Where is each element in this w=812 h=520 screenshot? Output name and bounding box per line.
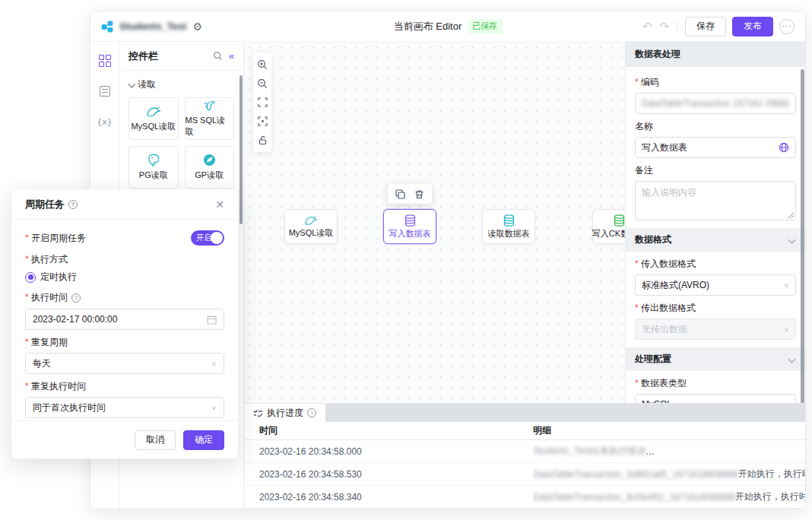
chevron-down-icon <box>788 356 796 363</box>
save-button[interactable]: 保存 <box>685 17 726 36</box>
chevron-down-icon <box>788 236 796 244</box>
database-icon <box>404 214 416 227</box>
node-mysql-read[interactable]: MySQL读取 <box>284 209 338 244</box>
name-label: 名称 <box>635 120 796 133</box>
section-process-config[interactable]: 处理配置 <box>626 347 805 371</box>
table-row[interactable]: 2023-02-16 20:34:58.340 DataTableTransac… <box>244 486 805 509</box>
resize-handle[interactable] <box>788 212 794 218</box>
help-icon[interactable]: ? <box>71 293 81 303</box>
enable-task-toggle[interactable]: 开启 <box>191 230 224 246</box>
canvas-tool-palette <box>253 52 271 152</box>
variables-tab-icon[interactable]: {x} <box>98 115 112 128</box>
unlock-icon[interactable] <box>253 131 271 150</box>
collapse-sidebar-icon[interactable]: « <box>229 50 234 62</box>
cancel-button[interactable]: 取消 <box>135 430 176 450</box>
chevron-down-icon: ∨ <box>784 326 789 333</box>
sidebar-scrollbar[interactable] <box>239 75 243 224</box>
confirm-button[interactable]: 确定 <box>183 430 224 450</box>
component-pg-read[interactable]: PG读取 <box>128 146 179 189</box>
greenplum-icon <box>203 154 216 166</box>
repeat-time-select[interactable]: 同于首次执行时间 ∨ <box>25 397 224 418</box>
database-icon <box>503 214 515 227</box>
table-type-select[interactable]: MySQL∨ <box>635 394 796 403</box>
remark-placeholder: 输入说明内容 <box>642 187 696 198</box>
node-toolbar <box>388 184 432 204</box>
zoom-out-icon[interactable] <box>253 74 271 93</box>
repeat-cycle-select[interactable]: 每天 ∨ <box>25 353 224 374</box>
in-format-label: 传入数据格式 <box>635 258 796 271</box>
tab-execution-progress[interactable]: 执行进度 ? <box>244 404 325 422</box>
mssql-icon <box>202 100 216 112</box>
panel-title: 数据表处理 <box>626 42 805 67</box>
table-row[interactable]: 2023-02-16 20:34:58.000 Students_Test任务执… <box>244 440 805 463</box>
table-row[interactable]: 2023-02-16 20:34:58.530 DataTableTransac… <box>244 463 805 486</box>
saved-status-badge: 已保存 <box>468 19 502 33</box>
dialog-title: 周期任务 <box>25 198 65 211</box>
panel-scrollbar[interactable] <box>801 69 804 403</box>
publish-button[interactable]: 发布 <box>732 17 773 36</box>
app-title: Students_Test <box>119 21 187 32</box>
chevron-down-icon <box>128 81 135 88</box>
exec-mode-label: 执行方式 <box>25 253 224 266</box>
execution-progress-panel: 执行进度 ? 时间 明细 2023-02-16 20:34:58.000 Stu… <box>244 403 805 509</box>
radio-selected-icon <box>25 272 36 283</box>
toggle-knob <box>211 232 223 244</box>
exec-time-label: 执行时间 <box>25 291 68 304</box>
help-icon[interactable]: ? <box>68 200 78 209</box>
table-header-row: 时间 明细 <box>244 422 805 440</box>
name-input[interactable]: 写入数据表 <box>635 137 796 158</box>
component-mssql-read[interactable]: MS SQL读取 <box>185 97 235 140</box>
execution-log-table: 时间 明细 2023-02-16 20:34:58.000 Students_T… <box>244 422 805 509</box>
section-read[interactable]: 读取 <box>128 78 234 91</box>
section-label: 读取 <box>138 78 156 91</box>
zoom-in-icon[interactable] <box>253 55 271 74</box>
canvas-title: 当前画布 Editor <box>394 20 462 33</box>
column-detail: 明细 <box>533 424 805 437</box>
components-tab-icon[interactable] <box>98 54 112 68</box>
flow-edges <box>244 42 472 156</box>
bottom-tab-bar: 执行进度 ? <box>244 404 805 422</box>
remark-label: 备注 <box>635 164 796 177</box>
scheduled-execution-radio[interactable]: 定时执行 <box>25 271 224 284</box>
chevron-down-icon: ∨ <box>784 401 789 403</box>
help-icon[interactable]: ? <box>307 408 316 417</box>
periodic-task-dialog: 周期任务 ? ✕ 开启周期任务 开启 执行方式 定时执行 执行时间 ? 2023… <box>11 189 239 459</box>
redo-icon[interactable]: ↷ <box>659 20 669 33</box>
component-mysql-read[interactable]: MySQL读取 <box>128 97 179 140</box>
postgresql-icon <box>147 154 160 166</box>
database-icon <box>614 214 625 227</box>
mysql-icon <box>304 215 318 226</box>
exec-time-input[interactable]: 2023-02-17 00:00:00 <box>25 309 224 330</box>
gear-icon[interactable]: ⚙ <box>193 21 203 33</box>
enable-task-label: 开启周期任务 <box>25 232 86 245</box>
close-icon[interactable]: ✕ <box>215 198 224 211</box>
app-header: Students_Test ⚙ 当前画布 Editor 已保存 ↶ ↷ 保存 发… <box>90 11 805 42</box>
app-logo-icon <box>101 21 113 33</box>
component-gp-read[interactable]: GP读取 <box>185 146 235 189</box>
delete-node-icon[interactable] <box>414 189 424 199</box>
divider <box>677 21 677 32</box>
in-format-select[interactable]: 标准格式(AVRO)∨ <box>635 274 796 296</box>
list-tab-icon[interactable] <box>98 84 112 98</box>
globe-icon[interactable] <box>779 142 789 153</box>
code-input[interactable]: DataTableTransaction 167161 0888888 <box>635 93 796 114</box>
out-format-select: 无传出数据∨ <box>635 319 796 340</box>
remark-textarea[interactable]: 输入说明内容 <box>635 181 796 220</box>
flow-canvas[interactable]: MySQL读取 写入数据表 读取数据表 写入CK数据表 <box>244 42 625 403</box>
more-options-icon[interactable]: ··· <box>779 19 795 34</box>
section-data-format[interactable]: 数据格式 <box>626 228 805 252</box>
search-icon[interactable] <box>213 51 223 61</box>
node-config-panel: 数据表处理 编码 DataTableTransaction 167161 088… <box>625 42 805 403</box>
fullscreen-icon[interactable] <box>253 93 271 112</box>
node-read-table[interactable]: 读取数据表 <box>482 209 535 244</box>
undo-icon[interactable]: ↶ <box>642 20 652 33</box>
repeat-time-label: 重复执行时间 <box>25 380 224 393</box>
copy-node-icon[interactable] <box>395 189 405 199</box>
node-write-table[interactable]: 写入数据表 <box>383 209 436 244</box>
chevron-down-icon: ∨ <box>211 404 217 411</box>
fit-view-icon[interactable] <box>253 112 271 131</box>
out-format-label: 传出数据格式 <box>635 302 796 315</box>
node-write-ck-table[interactable]: 写入CK数据表 <box>592 209 625 244</box>
code-label: 编码 <box>635 76 796 89</box>
column-time: 时间 <box>244 424 533 437</box>
